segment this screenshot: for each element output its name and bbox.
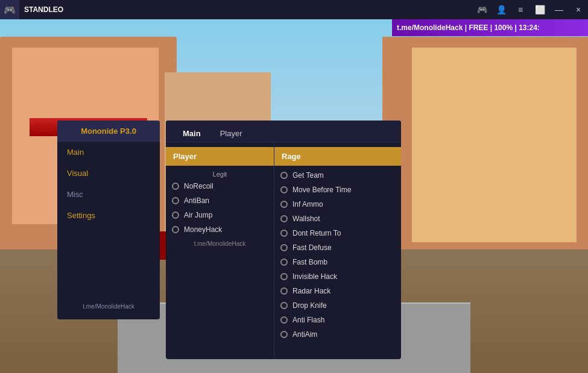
player-item-moneyhack[interactable]: MoneyHack <box>166 222 274 237</box>
sidebar: Mononide P3.0 Main Visual Misc Settings … <box>57 121 160 319</box>
rage-item-fast-bomb[interactable]: Fast Bomb <box>274 255 401 269</box>
rage-item-invisible-hack[interactable]: Invisible Hack <box>274 269 401 284</box>
anti-flash-radio[interactable] <box>280 316 288 324</box>
get-team-radio[interactable] <box>280 172 288 179</box>
player-item-norecoil[interactable]: NoRecoil <box>166 179 274 193</box>
player-column-header: Player <box>166 147 274 166</box>
sidebar-item-misc[interactable]: Misc <box>57 184 160 205</box>
rage-item-dont-return[interactable]: Dont Return To <box>274 226 401 240</box>
sidebar-item-settings[interactable]: Settings <box>57 205 160 226</box>
move-before-time-radio[interactable] <box>280 186 288 193</box>
wallshot-radio[interactable] <box>280 215 288 222</box>
rage-column-header: Rage <box>274 147 401 166</box>
rage-item-wallshot[interactable]: Wallshot <box>274 212 401 226</box>
titlebar: 🎮 STANDLEO 🎮 👤 ≡ ⬜ — × <box>0 0 588 19</box>
sidebar-item-visual[interactable]: Visual <box>57 163 160 184</box>
airjump-radio[interactable] <box>172 212 179 219</box>
player-item-airjump[interactable]: Air Jump <box>166 208 274 222</box>
window-controls: 🎮 👤 ≡ ⬜ — × <box>472 0 588 19</box>
radar-hack-radio[interactable] <box>280 287 288 295</box>
menu-icon-btn[interactable]: ≡ <box>511 0 530 19</box>
drop-knife-radio[interactable] <box>280 302 288 309</box>
app-title: STANDLEO <box>19 5 472 14</box>
antiban-radio[interactable] <box>172 197 179 204</box>
main-panel: Main Player Player Legit NoRecoil AntiBa… <box>166 121 401 359</box>
controller-icon-btn[interactable]: 🎮 <box>472 0 492 19</box>
app-icon: 🎮 <box>0 0 19 19</box>
tab-player[interactable]: Player <box>210 125 252 142</box>
norecoil-radio[interactable] <box>172 183 179 190</box>
tab-main[interactable]: Main <box>173 125 210 142</box>
player-column: Player Legit NoRecoil AntiBan Air Jump M… <box>166 142 274 359</box>
rage-item-anti-flash[interactable]: Anti Flash <box>274 313 401 327</box>
player-item-antiban[interactable]: AntiBan <box>166 193 274 208</box>
minimize-button[interactable]: — <box>549 0 569 19</box>
fast-defuse-radio[interactable] <box>280 244 288 251</box>
close-button[interactable]: × <box>569 0 588 19</box>
inf-ammo-radio[interactable] <box>280 201 288 208</box>
sidebar-footer: t.me/MonolideHack <box>57 298 160 315</box>
rage-column: Rage Get Team Move Before Time Inf Ammo … <box>274 142 401 359</box>
fast-bomb-radio[interactable] <box>280 259 288 266</box>
account-icon-btn[interactable]: 👤 <box>492 0 511 19</box>
rage-item-radar-hack[interactable]: Radar Hack <box>274 284 401 298</box>
moneyhack-radio[interactable] <box>172 226 179 233</box>
player-section-label: Legit <box>166 168 274 179</box>
content-area: Player Legit NoRecoil AntiBan Air Jump M… <box>166 142 401 359</box>
monitor-icon-btn[interactable]: ⬜ <box>530 0 549 19</box>
dont-return-radio[interactable] <box>280 230 288 237</box>
antiaim-radio[interactable] <box>280 331 288 338</box>
invisible-hack-radio[interactable] <box>280 273 288 280</box>
tab-bar: Main Player <box>166 121 401 142</box>
rage-item-drop-knife[interactable]: Drop Knife <box>274 298 401 313</box>
rage-item-inf-ammo[interactable]: Inf Ammo <box>274 197 401 212</box>
rage-item-move-before-time[interactable]: Move Before Time <box>274 183 401 197</box>
status-text: t.me/MonolideHack | FREE | 100% | 13:24: <box>397 24 540 32</box>
sidebar-header: Mononide P3.0 <box>57 121 160 142</box>
sidebar-item-main[interactable]: Main <box>57 142 160 163</box>
status-bar: t.me/MonolideHack | FREE | 100% | 13:24: <box>392 19 588 36</box>
player-col-footer: t.me/MonolideHack <box>166 237 274 251</box>
rage-item-antiaim[interactable]: AntiAim <box>274 327 401 342</box>
rage-item-fast-defuse[interactable]: Fast Defuse <box>274 240 401 255</box>
rage-item-get-team[interactable]: Get Team <box>274 168 401 183</box>
